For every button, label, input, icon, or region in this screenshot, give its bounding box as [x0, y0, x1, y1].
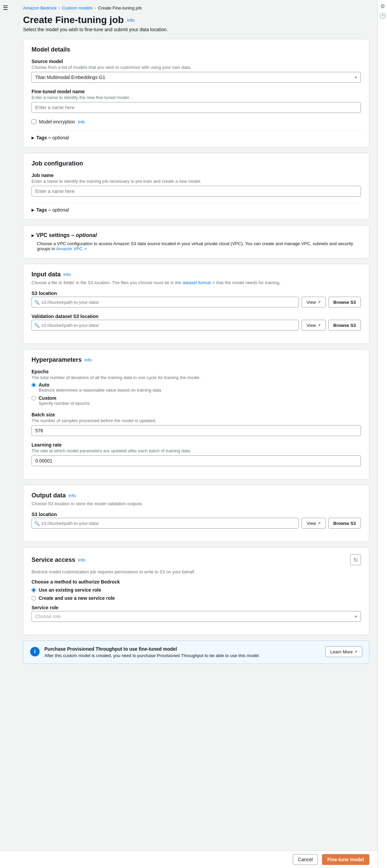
hyperparameters-title: Hyperparameters: [32, 356, 82, 363]
encryption-checkbox[interactable]: [32, 119, 36, 124]
service-access-refresh-button[interactable]: ↻: [350, 554, 361, 565]
right-sidebar: ⚙ 🕐: [378, 0, 387, 868]
s3-view-external-icon: ↗: [318, 300, 321, 304]
breadcrumb-sep-2: ›: [95, 6, 96, 11]
learn-more-button[interactable]: Learn More ↗: [325, 646, 362, 657]
service-access-header: Service access Info ↻: [32, 554, 361, 565]
epochs-custom-radio[interactable]: [32, 396, 36, 400]
job-name-input[interactable]: [32, 186, 361, 197]
fine-tuned-name-input[interactable]: [32, 102, 361, 113]
output-s3-input[interactable]: [32, 518, 299, 529]
breadcrumb-sep-1: ›: [59, 6, 60, 11]
output-s3-label: S3 location: [32, 512, 361, 517]
vpc-arrow: ▶: [32, 233, 34, 238]
auth-existing-radio[interactable]: [32, 588, 36, 592]
service-access-desc: Bedrock model customization job requires…: [32, 569, 361, 574]
dataset-format-link[interactable]: dataset format ↗: [183, 280, 215, 285]
s3-view-button[interactable]: View ↗: [302, 297, 326, 308]
fine-tuned-name-desc: Enter a name to identify the new fine-tu…: [32, 95, 361, 100]
job-config-section: Job configuration Job name Enter a name …: [23, 153, 369, 220]
epochs-desc: The total number of iterations of all th…: [32, 375, 361, 380]
job-tags-optional: optional: [52, 207, 69, 213]
learning-rate-desc: The rate at which model parameters are u…: [32, 448, 361, 453]
learn-more-external-icon: ↗: [354, 650, 357, 654]
job-name-label: Job name: [32, 173, 361, 178]
batch-size-label: Batch size: [32, 412, 361, 417]
auth-existing-row: Use an existing service role: [32, 587, 361, 593]
source-model-select[interactable]: Titan Multimodal Embeddings G1: [32, 72, 361, 83]
output-data-title: Output data: [32, 492, 66, 499]
vpc-settings-section: ▶ VPC settings – optional Choose a VPC c…: [23, 225, 369, 258]
model-details-title: Model details: [32, 46, 361, 53]
validation-s3-field: Validation dataset S3 location 🔍 View ↗ …: [32, 314, 361, 331]
encryption-field: Model encryption Info: [32, 119, 361, 124]
vpc-title-row: ▶ VPC settings – optional: [32, 232, 361, 238]
encryption-info-link[interactable]: Info: [78, 119, 85, 124]
epochs-label: Epochs: [32, 369, 361, 374]
batch-size-input[interactable]: [32, 425, 361, 436]
output-view-button[interactable]: View ↗: [302, 518, 326, 529]
vpc-amazon-vpc-link[interactable]: Amazon VPC ↗: [56, 246, 87, 251]
hamburger-icon: ☰: [3, 4, 8, 11]
settings-icon[interactable]: ⚙: [379, 3, 386, 9]
vpc-title-text: VPC settings – optional: [36, 232, 97, 238]
cancel-button[interactable]: Cancel: [293, 854, 318, 865]
s3-location-input[interactable]: [32, 297, 299, 308]
fine-tuned-name-label: Fine-tuned model name: [32, 89, 361, 94]
epochs-custom-label: Custom: [39, 395, 89, 401]
page-title-text: Create Fine-tuning job: [23, 15, 124, 25]
epochs-auto-label: Auto: [39, 382, 161, 388]
fine-tuned-name-field: Fine-tuned model name Enter a name to id…: [32, 89, 361, 113]
service-access-title: Service access: [32, 556, 75, 564]
auth-new-label: Create and use a new service role: [39, 595, 115, 601]
output-search-icon: 🔍: [34, 521, 40, 526]
hyperparameters-info-link[interactable]: Info: [84, 357, 92, 362]
info-banner: i Purchase Provisioned Throughput to use…: [23, 640, 369, 664]
service-role-select[interactable]: Choose role: [32, 611, 361, 622]
hyperparameters-section: Hyperparameters Info Epochs The total nu…: [23, 349, 369, 479]
page-info-link[interactable]: Info: [127, 18, 135, 23]
info-banner-icon: i: [30, 647, 40, 656]
output-data-section: Output data Info Choose S3 location to s…: [23, 485, 369, 542]
validation-s3-input-wrapper: 🔍: [32, 320, 299, 331]
validation-browse-button[interactable]: Browse S3: [328, 320, 361, 331]
model-tags-collapsible[interactable]: ▶ Tags – optional: [32, 135, 361, 140]
batch-size-desc: The number of samples processed before t…: [32, 418, 361, 423]
learning-rate-input[interactable]: [32, 455, 361, 466]
s3-input-wrapper: 🔍: [32, 297, 299, 308]
output-data-info-link[interactable]: Info: [68, 493, 76, 498]
breadcrumb-amazon-bedrock[interactable]: Amazon Bedrock: [23, 5, 57, 11]
job-tags-arrow: ▶: [32, 208, 34, 212]
clock-icon[interactable]: 🕐: [379, 12, 386, 19]
main-content: Amazon Bedrock › Custom models › Create …: [9, 0, 378, 717]
validation-view-button[interactable]: View ↗: [302, 320, 326, 331]
input-data-info-link[interactable]: Info: [63, 272, 71, 277]
service-access-info-link[interactable]: Info: [78, 557, 85, 563]
model-tags-optional: optional: [52, 135, 69, 140]
output-browse-button[interactable]: Browse S3: [328, 518, 361, 529]
epochs-custom-desc: Specify number of epochs: [39, 401, 89, 406]
s3-location-field: S3 location 🔍 View ↗ Browse S3: [32, 291, 361, 308]
auth-new-radio[interactable]: [32, 596, 36, 600]
refresh-icon: ↻: [353, 557, 358, 563]
s3-location-row: 🔍 View ↗ Browse S3: [32, 297, 361, 308]
epochs-custom-row: Custom Specify number of epochs: [32, 395, 361, 406]
page-title-row: Create Fine-tuning job Info: [23, 15, 369, 25]
encryption-checkbox-row: Model encryption Info: [32, 119, 361, 124]
fine-tune-model-button[interactable]: Fine-tune model: [322, 854, 369, 865]
validation-s3-input[interactable]: [32, 320, 299, 331]
job-tags-label: Tags – optional: [36, 207, 69, 213]
job-tags-collapsible[interactable]: ▶ Tags – optional: [32, 207, 361, 213]
hamburger-button[interactable]: ☰: [3, 4, 8, 12]
breadcrumb-current: Create Fine-tuning job: [98, 5, 142, 11]
s3-browse-button[interactable]: Browse S3: [328, 297, 361, 308]
vpc-external-icon: ↗: [84, 247, 87, 251]
model-details-section: Model details Source model Choose from a…: [23, 39, 369, 147]
dataset-format-external-icon: ↗: [212, 281, 215, 285]
breadcrumb-custom-models[interactable]: Custom models: [62, 5, 93, 11]
epochs-auto-radio[interactable]: [32, 383, 36, 387]
output-data-desc: Choose S3 location to store the model va…: [32, 501, 361, 506]
model-tags-arrow: ▶: [32, 136, 34, 140]
page-subtitle: Select the model you wish to fine-tune a…: [23, 27, 369, 32]
breadcrumb: Amazon Bedrock › Custom models › Create …: [23, 5, 369, 11]
